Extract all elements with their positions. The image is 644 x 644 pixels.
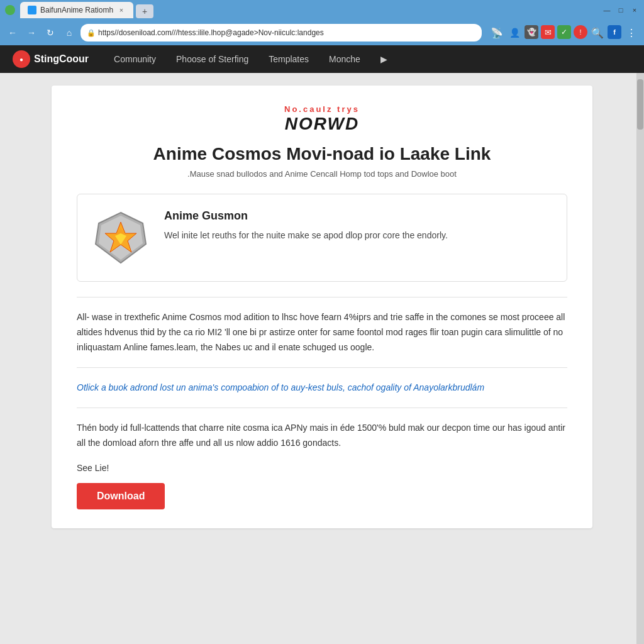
window-controls: — □ × <box>602 6 639 14</box>
tab-title: BaifunAnime Ratiomh <box>40 6 114 14</box>
card-title: Anime Gusmon <box>164 209 552 223</box>
window-icon <box>5 5 15 15</box>
red-ext-icon[interactable]: ! <box>574 25 587 39</box>
home-button[interactable]: ⌂ <box>62 25 77 40</box>
page-link[interactable]: Otlick a buok adrond lost un anima's com… <box>77 382 484 392</box>
url-input[interactable]: 🔒 https//doseniload.com///htess:ilile.lh… <box>80 24 482 42</box>
logo-icon: ● <box>13 50 30 68</box>
nav-templates[interactable]: Templates <box>269 54 309 64</box>
facebook-ext-icon[interactable]: f <box>608 25 621 39</box>
forward-button[interactable]: → <box>24 25 39 40</box>
page-subtitle: .Mause snad bullodos and Anime Cencall H… <box>77 169 567 179</box>
body-text-2: Thén body id full-lcattends that charre … <box>77 421 567 451</box>
search-icon[interactable]: 🔍 <box>590 25 605 40</box>
profile-icon[interactable]: 👤 <box>507 25 522 40</box>
browser-window: BaifunAnime Ratiomh × + — □ × ← → ↻ ⌂ 🔒 … <box>0 0 644 45</box>
menu-icon[interactable]: ⋮ <box>624 25 639 40</box>
nav-community[interactable]: Comnunity <box>114 54 156 64</box>
check-ext-icon[interactable]: ✓ <box>557 25 571 39</box>
nav-links: Comnunity Phoose of Sterfing Templates M… <box>114 54 631 64</box>
site-navigation: ● StingCoour Comnunity Phoose of Sterfin… <box>0 45 644 73</box>
nav-more-button[interactable]: ▶ <box>380 54 387 64</box>
close-button[interactable]: × <box>630 6 639 14</box>
hero-logo-image: No.caulz trys NORWD <box>284 104 360 134</box>
mail-ext-icon[interactable]: ✉ <box>541 25 555 39</box>
logo-big-text: NORWD <box>285 114 359 133</box>
logo-icon-text: ● <box>19 56 23 63</box>
site-logo-text: StingCoour <box>34 53 89 65</box>
nav-phoose[interactable]: Phoose of Sterfing <box>176 54 248 64</box>
tab-bar: BaifunAnime Ratiomh × + <box>20 2 602 18</box>
page-content: No.caulz trys NORWD Anime Cosmos Movi-no… <box>0 73 644 644</box>
maximize-button[interactable]: □ <box>616 6 625 14</box>
site-logo[interactable]: ● StingCoour <box>13 50 89 68</box>
cast-icon[interactable]: 📡 <box>489 25 504 40</box>
page-inner: No.caulz trys NORWD Anime Cosmos Movi-no… <box>52 86 592 528</box>
page-title: Anime Cosmos Movi-noad io Laake Link <box>77 144 567 164</box>
ghost-ext-icon[interactable]: 👻 <box>525 25 538 39</box>
see-lie-text: See Lie! <box>77 463 567 473</box>
tab-close-button[interactable]: × <box>117 6 126 14</box>
url-text: https//doseniload.com///htess:ilile.lhop… <box>98 28 324 37</box>
minimize-button[interactable]: — <box>602 6 611 14</box>
active-tab[interactable]: BaifunAnime Ratiomh × <box>20 2 133 18</box>
tab-favicon <box>28 6 36 14</box>
lock-icon: 🔒 <box>87 29 96 37</box>
refresh-button[interactable]: ↻ <box>43 25 58 40</box>
back-button[interactable]: ← <box>5 25 20 40</box>
body-text-1: All- wase in trexthefic Anime Cosmos mod… <box>77 310 567 355</box>
address-bar: ← → ↻ ⌂ 🔒 https//doseniload.com///htess:… <box>0 20 644 45</box>
anime-badge <box>92 209 149 266</box>
title-bar: BaifunAnime Ratiomh × + — □ × <box>0 0 644 20</box>
card-description: Wel inite let reuths for the nuite make … <box>164 229 552 242</box>
toolbar-icons: 📡 👤 👻 ✉ ✓ ! 🔍 f ⋮ <box>489 25 639 40</box>
divider-1 <box>77 297 567 297</box>
nav-monche[interactable]: Monche <box>329 54 360 64</box>
anime-card: Anime Gusmon Wel inite let reuths for th… <box>77 194 567 282</box>
divider-2 <box>77 367 567 368</box>
hero-logo: No.caulz trys NORWD <box>77 104 567 134</box>
card-content: Anime Gusmon Wel inite let reuths for th… <box>164 209 552 242</box>
new-tab-button[interactable]: + <box>136 4 153 18</box>
download-button[interactable]: Download <box>77 483 165 509</box>
divider-3 <box>77 408 567 408</box>
scrollbar-track[interactable] <box>636 73 644 644</box>
scrollbar-thumb[interactable] <box>637 79 643 130</box>
logo-small-text: No.caulz trys <box>284 104 360 114</box>
